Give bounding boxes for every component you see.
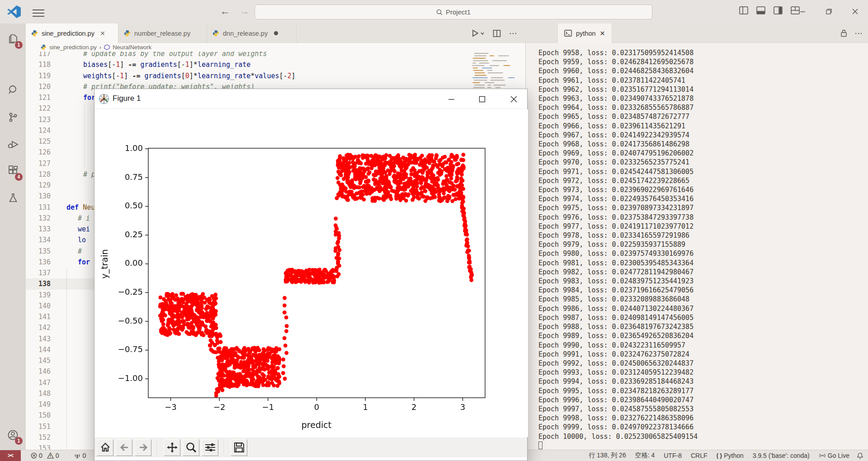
line-number[interactable]: 120 [26,81,51,92]
tab-label: sine_prediction.py [42,30,94,37]
line-number[interactable]: 133 [26,224,51,235]
code-token: learning_rate [198,72,250,80]
terminal-tab-python[interactable]: python ✕ [557,24,612,43]
line-number[interactable]: 152 [26,432,51,443]
line-number[interactable]: 129 [26,180,51,191]
code-line-119[interactable]: 119weights[-1] -= gradients[0]*learning_… [26,71,525,81]
sidebar-item-search[interactable] [0,78,26,102]
line-number[interactable]: 125 [26,136,51,147]
plot-canvas[interactable] [94,109,528,437]
panel-more-icon[interactable]: ⋯ [854,28,863,38]
feedback-bell-icon[interactable] [857,452,863,459]
line-number[interactable]: 139 [26,290,51,301]
terminal-line: Epoch 9972, loss: 0.02451742239228665 [538,176,698,185]
sidebar-item-testing[interactable] [0,186,26,210]
remote-indicator[interactable]: >< [0,450,21,461]
figure-titlebar[interactable]: Figure 1 [94,89,527,109]
line-number[interactable]: 126 [26,147,51,158]
line-number[interactable]: 144 [26,344,51,355]
line-number[interactable]: 135 [26,246,51,257]
line-number[interactable]: 127 [26,158,51,169]
line-number[interactable]: 147 [26,377,51,388]
menu-icon[interactable] [33,7,44,16]
line-number[interactable]: 119 [26,71,51,81]
language-mode[interactable]: { } Python [712,450,747,461]
back-arrow-icon[interactable]: ← [218,5,232,19]
ports-status[interactable]: 0 [70,450,90,461]
tab-sine-prediction[interactable]: sine_prediction.py ✕ [26,24,118,43]
tab-close-icon[interactable]: ✕ [100,30,105,37]
zoom-button[interactable] [183,439,199,456]
sidebar-item-explorer[interactable]: 1 [0,27,26,51]
sidebar-item-run-debug[interactable] [0,132,26,156]
toggle-sidebar-icon[interactable] [739,5,749,15]
split-editor-icon[interactable] [493,29,501,38]
line-number[interactable]: 134 [26,235,51,245]
line-number[interactable]: 124 [26,125,51,136]
run-button[interactable] [471,29,485,37]
line-number[interactable]: 132 [26,213,51,224]
line-number[interactable]: 121 [26,92,51,103]
encoding[interactable]: UTF-8 [660,450,685,461]
cursor-position[interactable]: 行 138, 列 26 [585,450,630,461]
go-live[interactable]: Go Live [815,450,853,461]
back-button[interactable] [116,439,132,456]
tab-dnn-release[interactable]: dnn_release.py [207,24,297,43]
modified-dot-icon[interactable] [274,31,278,35]
figure-maximize-button[interactable] [469,89,495,109]
line-number[interactable]: 150 [26,410,51,421]
line-number[interactable]: 140 [26,301,51,311]
line-number[interactable]: 146 [26,366,51,377]
line-number[interactable]: 131 [26,202,51,213]
line-number[interactable]: 123 [26,114,51,125]
python-icon [212,30,219,37]
line-number[interactable]: 130 [26,191,51,202]
python-interpreter[interactable]: 3.9.5 ('base': conda) [749,450,813,461]
terminal-close-icon[interactable]: ✕ [600,30,605,37]
terminal-cursor [538,442,542,449]
lock-icon[interactable] [840,29,847,37]
line-number[interactable]: 137 [26,268,51,278]
breadcrumb-file[interactable]: sine_prediction.py [49,44,97,51]
line-number[interactable]: 148 [26,388,51,399]
command-center-search[interactable]: Project1 [255,5,652,19]
terminal-panel[interactable]: Epoch 9958, loss: 0.023175095952414508Ep… [525,43,868,450]
breadcrumb-symbol[interactable]: NeuralNetwork [113,44,151,51]
line-number[interactable]: 143 [26,334,51,344]
window-minimize-button[interactable] [789,0,816,23]
code-line-118[interactable]: 118biases[-1] -= gradients[-1]*learning_… [26,59,525,70]
forward-button[interactable] [135,439,151,456]
window-close-button[interactable] [842,0,868,23]
pan-button[interactable] [164,439,180,456]
sidebar-item-accounts[interactable]: 1 [0,423,26,447]
home-button[interactable] [97,439,113,456]
toggle-panel-icon[interactable] [756,5,766,15]
tab-number-release[interactable]: number_release.py [118,24,207,43]
eol-sequence[interactable]: CRLF [687,450,711,461]
line-number[interactable]: 153 [26,443,51,450]
figure-minimize-button[interactable] [438,89,464,109]
line-number[interactable]: 149 [26,399,51,410]
breadcrumb[interactable]: sine_prediction.py › NeuralNetwork [26,43,525,52]
save-button[interactable] [231,439,247,456]
line-number[interactable]: 138 [26,278,51,289]
problems-status[interactable]: 0 0 [27,450,63,461]
toggle-secondary-sidebar-icon[interactable] [773,5,783,15]
line-number[interactable]: 122 [26,103,51,114]
line-number[interactable]: 128 [26,169,51,180]
figure-window[interactable]: Figure 1 y_train predict [94,89,528,461]
subplots-config-button[interactable] [202,439,218,456]
testing-flask-icon [7,192,19,204]
figure-close-button[interactable] [500,89,527,109]
line-number[interactable]: 142 [26,322,51,333]
line-number[interactable]: 141 [26,311,51,322]
indentation[interactable]: 空格: 4 [632,450,659,461]
line-number[interactable]: 136 [26,257,51,268]
line-number[interactable]: 151 [26,421,51,432]
sidebar-item-source-control[interactable] [0,106,26,129]
window-restore-button[interactable] [816,0,842,23]
sidebar-item-extensions[interactable]: 4 [0,159,26,183]
line-number[interactable]: 118 [26,59,51,70]
more-actions-icon[interactable]: ⋯ [509,28,517,38]
line-number[interactable]: 145 [26,355,51,366]
